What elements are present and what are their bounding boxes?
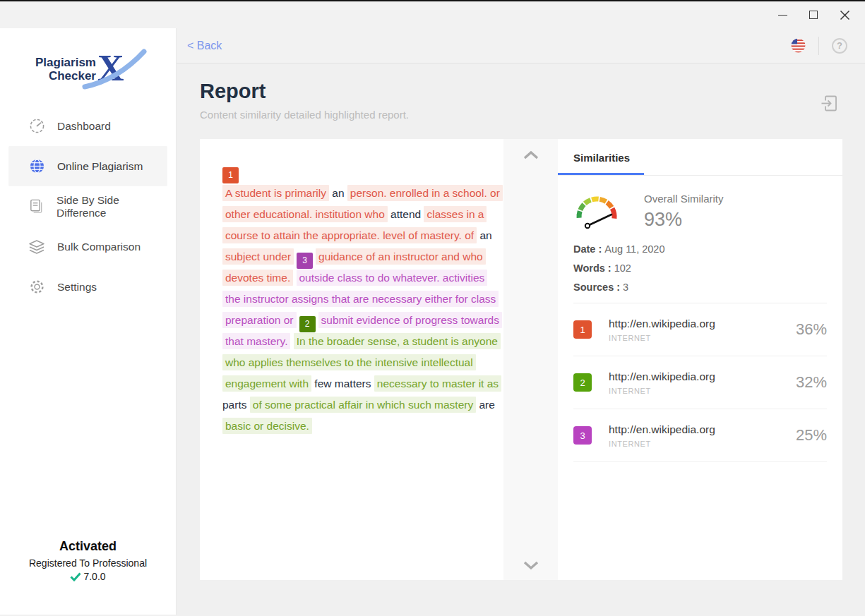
highlighted-text[interactable]: submit evidence of progress towards: [318, 312, 502, 328]
chevron-up-icon[interactable]: [523, 150, 539, 160]
highlighted-text[interactable]: necessary to master it as: [374, 375, 501, 392]
activation-title: Activated: [0, 539, 176, 554]
document-line: engagement with few matters necessary to…: [222, 373, 503, 394]
source-row: 1 http://en.wikipedia.org INTERNET 36%: [573, 303, 827, 356]
maximize-button[interactable]: [798, 3, 829, 27]
highlighted-text[interactable]: other educational. institution who: [222, 206, 388, 222]
document-line: devotes time. outside class to do whatev…: [222, 267, 503, 289]
report-meta: Date :Aug 11, 2020 Words :102 Sources :3: [573, 243, 827, 303]
highlighted-text[interactable]: In the broader sense, a student is anyon…: [294, 333, 501, 349]
minimize-button[interactable]: [767, 3, 798, 27]
export-icon: [820, 94, 839, 113]
source-badge[interactable]: 1: [573, 320, 592, 339]
highlighted-text[interactable]: classes in a: [424, 206, 487, 222]
help-icon[interactable]: ?: [832, 38, 847, 54]
document-line: subject under3guidance of an instructor …: [222, 246, 503, 267]
highlighted-text[interactable]: outside class to do whatever. activities: [297, 270, 488, 286]
plain-text: attend: [388, 208, 424, 220]
page-title: Report: [200, 80, 409, 103]
page-subtitle: Content similarity detailed highlighted …: [200, 109, 409, 121]
highlighted-text[interactable]: basic or decisive.: [222, 418, 312, 434]
highlighted-text[interactable]: person. enrolled in a school. or: [347, 185, 503, 201]
highlighted-text[interactable]: guidance of an instructor and who: [316, 248, 486, 265]
globe-icon: [28, 158, 45, 175]
source-url[interactable]: http://en.wikipedia.org: [609, 318, 715, 330]
source-badge[interactable]: 3: [573, 426, 592, 445]
highlighted-text[interactable]: of some practical affair in which such m…: [250, 397, 476, 413]
highlighted-text[interactable]: the instructor assigns that are necessar…: [222, 291, 499, 307]
document-line: A student is primarily an person. enroll…: [222, 183, 503, 204]
logo-line2: Checker: [35, 69, 96, 83]
highlighted-text[interactable]: engagement with: [222, 375, 311, 392]
document-line: parts of some practical affair in which …: [222, 394, 503, 416]
similarity-gauge-icon: [573, 190, 626, 234]
citation-badge[interactable]: 1: [222, 167, 239, 183]
plain-text: are: [476, 399, 495, 411]
document-line: course to attain the appropriate. level …: [222, 225, 503, 246]
page-header: Report Content similarity detailed highl…: [200, 80, 865, 121]
highlighted-text[interactable]: that mastery.: [222, 333, 290, 349]
highlighted-text[interactable]: who applies themselves to the intensive …: [222, 354, 476, 370]
activation-status: Activated Registered To Professional 7.0…: [0, 539, 176, 582]
scroll-rail: [503, 139, 558, 580]
source-url[interactable]: http://en.wikipedia.org: [609, 370, 715, 383]
highlighted-text[interactable]: preparation or: [222, 312, 297, 328]
source-list: 1 http://en.wikipedia.org INTERNET 36% 2…: [573, 303, 827, 462]
overall-similarity-label: Overall Similarity: [644, 193, 724, 205]
plain-text: parts: [222, 399, 250, 411]
source-type: INTERNET: [609, 440, 715, 448]
topbar: < Back ?: [177, 28, 865, 64]
similarities-tab-row: Similarities: [558, 139, 842, 176]
highlighted-text[interactable]: A student is primarily: [222, 185, 329, 201]
meta-date: Date :Aug 11, 2020: [573, 243, 827, 255]
similarities-panel: Similarities: [558, 139, 842, 580]
sidebar-item-label: Dashboard: [57, 120, 111, 133]
topbar-divider: [818, 37, 819, 55]
minimize-icon: [778, 15, 787, 16]
sidebar-menu: Dashboard Online Plagiarism: [0, 106, 176, 307]
source-type: INTERNET: [609, 334, 715, 342]
document-line: the instructor assigns that are necessar…: [222, 289, 503, 310]
us-flag-icon[interactable]: [791, 38, 806, 53]
documents-icon: [28, 198, 44, 215]
highlighted-text[interactable]: subject under: [222, 248, 294, 265]
sidebar-item-online-plagiarism[interactable]: Online Plagiarism: [8, 146, 167, 186]
back-button[interactable]: < Back: [187, 40, 222, 52]
document-line: that mastery. In the broader sense, a st…: [222, 331, 503, 352]
export-button[interactable]: [820, 94, 839, 116]
close-button[interactable]: [829, 3, 860, 27]
sidebar-item-label: Online Plagiarism: [57, 160, 143, 173]
meta-words: Words :102: [573, 262, 827, 274]
speedometer-icon: [28, 118, 45, 135]
content-area: Report Content similarity detailed highl…: [177, 64, 865, 615]
sidebar-item-side-by-side[interactable]: Side By Side Difference: [8, 186, 167, 227]
plain-text: an: [477, 229, 492, 241]
sidebar-item-bulk-comparison[interactable]: Bulk Comparison: [8, 227, 167, 267]
chevron-down-icon[interactable]: [523, 560, 539, 570]
highlighted-text[interactable]: course to attain the appropriate. level …: [222, 227, 477, 243]
sidebar-item-label: Bulk Comparison: [57, 241, 141, 253]
highlighted-text[interactable]: devotes time.: [222, 270, 293, 286]
sidebar-item-dashboard[interactable]: Dashboard: [8, 106, 167, 146]
source-type: INTERNET: [609, 387, 715, 395]
plain-text: few matters: [311, 378, 374, 389]
app-logo: Plagiarism Checker X: [35, 44, 176, 95]
overall-similarity-row: Overall Similarity 93%: [573, 190, 827, 234]
tab-similarities[interactable]: Similarities: [558, 139, 644, 175]
document-line: other educational. institution who atten…: [222, 204, 503, 225]
sidebar-item-settings[interactable]: Settings: [8, 267, 167, 307]
source-percent: 36%: [796, 320, 827, 339]
source-url[interactable]: http://en.wikipedia.org: [609, 423, 715, 436]
meta-sources: Sources :3: [573, 282, 827, 293]
sidebar: Plagiarism Checker X Dashboard: [0, 28, 177, 615]
citation-badge[interactable]: 3: [297, 253, 313, 269]
citation-badge[interactable]: 2: [299, 316, 316, 332]
activation-registered: Registered To Professional: [0, 557, 176, 569]
sidebar-item-label: Side By Side Difference: [56, 194, 167, 219]
source-badge[interactable]: 2: [573, 373, 592, 392]
check-icon: [70, 572, 81, 581]
sidebar-item-label: Settings: [57, 281, 97, 294]
source-percent: 32%: [796, 373, 827, 392]
gear-icon: [28, 279, 45, 296]
document-line: preparation or2submit evidence of progre…: [222, 310, 503, 331]
